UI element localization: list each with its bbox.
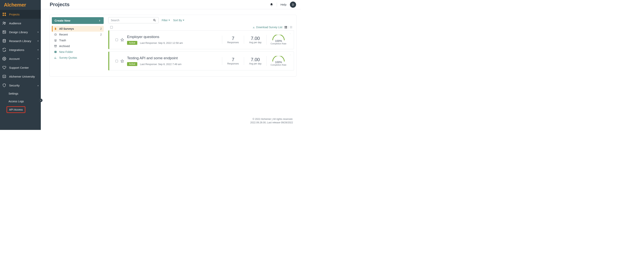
svg-rect-22: [285, 26, 286, 27]
heart-icon: [2, 65, 6, 70]
sidebar-item-research-library[interactable]: Research Library▾: [0, 36, 41, 45]
star-icon[interactable]: [120, 38, 124, 41]
svg-point-33: [290, 55, 290, 55]
last-response: Last Response: Sep 9, 2022 12:58 am: [140, 41, 183, 44]
grid-view-icon[interactable]: [284, 26, 288, 28]
page-title: Projects: [50, 1, 70, 7]
download-label: Download Survey List: [256, 26, 282, 29]
sidebar-collapse-button[interactable]: [39, 99, 42, 102]
folder-label: New Folder: [59, 50, 102, 53]
folder-archived[interactable]: Archived: [52, 43, 104, 49]
chevron-down-icon: ▾: [38, 57, 39, 60]
svg-rect-24: [285, 27, 286, 28]
list-header: Download Survey List: [106, 26, 296, 30]
create-new-label: Create New: [54, 19, 70, 22]
help-link[interactable]: Help: [280, 3, 286, 6]
avg-value: 7.00: [249, 57, 262, 62]
completion-label: Completion Rate: [270, 64, 287, 66]
sidebar-item-design-library[interactable]: Design Library▾: [0, 28, 41, 36]
sidebar-item-alchemer-university[interactable]: AuAlchemer University: [0, 72, 41, 81]
search-input[interactable]: [111, 19, 153, 22]
folder-label: Trash: [59, 39, 102, 42]
folder-all-surveys[interactable]: All Surveys2: [52, 26, 104, 32]
folder-label: Survey Quotas: [59, 56, 102, 59]
search-icon[interactable]: [153, 19, 156, 22]
completion-label: Completion Rate: [270, 42, 287, 45]
svg-point-8: [3, 39, 6, 40]
survey-checkbox[interactable]: [116, 39, 118, 41]
caret-down-icon: [183, 20, 184, 21]
notifications-icon[interactable]: [270, 3, 273, 6]
responses-value: 7: [227, 36, 239, 41]
sidebar-subitem-api-access[interactable]: API Access: [6, 106, 25, 113]
brand-logo: Alchemer: [0, 0, 41, 10]
svg-line-21: [155, 21, 156, 21]
svg-rect-3: [5, 15, 6, 16]
sidebar-item-account[interactable]: Account▾: [0, 54, 41, 63]
sidebar-item-audience[interactable]: Audience: [0, 19, 41, 28]
download-survey-list-link[interactable]: Download Survey List: [252, 26, 282, 29]
list-toolbar: Filter Sort By: [106, 17, 296, 26]
nav-label: Security: [9, 84, 35, 87]
completion-gauge-icon: [270, 35, 287, 40]
search-box[interactable]: [108, 17, 158, 23]
folder-trash[interactable]: Trash: [52, 37, 104, 43]
archive-icon: [54, 45, 57, 47]
svg-text:Au: Au: [3, 76, 5, 77]
responses-value: 7: [227, 57, 239, 62]
select-all-checkbox[interactable]: [110, 26, 113, 28]
last-response: Last Response: Sep 8, 2022 7:49 am: [140, 63, 182, 66]
topbar-divider: [277, 2, 277, 7]
clock-icon: [54, 33, 57, 36]
svg-rect-28: [290, 28, 292, 28]
card-menu-icon[interactable]: [289, 53, 292, 57]
sidebar-item-support-center[interactable]: Support Center: [0, 63, 41, 72]
sidebar: Alchemer ProjectsAudienceDesign Library▾…: [0, 0, 41, 130]
create-new-button[interactable]: Create New: [52, 17, 104, 24]
folder-recent[interactable]: Recent2: [52, 32, 104, 37]
survey-card[interactable]: Employer questionsActiveLast Response: S…: [108, 30, 294, 49]
star-icon[interactable]: [120, 59, 124, 63]
caret-down-icon: [168, 20, 170, 21]
folders-column: Create New All Surveys2Recent2TrashArchi…: [50, 15, 106, 76]
chevron-down-icon: ▾: [38, 49, 39, 51]
svg-rect-23: [286, 26, 287, 27]
projects-panel: Create New All Surveys2Recent2TrashArchi…: [49, 15, 296, 76]
sync-icon: [2, 48, 6, 52]
folder-new-folder[interactable]: New Folder: [52, 49, 104, 55]
folder-survey-quotas[interactable]: Survey Quotas: [52, 55, 104, 61]
status-badge: Active: [127, 41, 137, 45]
responses-label: Responses: [227, 41, 239, 44]
filter-button[interactable]: Filter: [162, 19, 170, 22]
sort-button[interactable]: Sort By: [173, 19, 184, 22]
filter-label: Filter: [162, 19, 168, 22]
folder-label: Archived: [59, 45, 102, 48]
avatar[interactable]: D: [290, 1, 296, 8]
main: Projects Help D Create New All Surveys2R…: [41, 0, 301, 130]
list-view-icon[interactable]: [288, 26, 292, 28]
folder-label: Recent: [59, 33, 98, 36]
sidebar-item-integrations[interactable]: Integrations▾: [0, 45, 41, 54]
users-icon: [2, 21, 6, 25]
nav-label: Account: [9, 57, 35, 60]
svg-marker-32: [121, 38, 124, 41]
svg-rect-25: [286, 27, 287, 28]
svg-rect-26: [290, 26, 292, 27]
survey-card[interactable]: Testing API and some endpointActiveLast …: [108, 52, 294, 70]
folder-label: All Surveys: [59, 27, 98, 30]
survey-checkbox[interactable]: [116, 60, 118, 62]
gear-icon: [2, 57, 6, 61]
chevron-up-icon: ▴: [38, 84, 39, 87]
card-menu-icon[interactable]: [289, 32, 292, 35]
nav-label: Integrations: [9, 48, 35, 52]
sidebar-item-security[interactable]: Security▴: [0, 81, 41, 90]
nav-label: Design Library: [9, 30, 35, 34]
sidebar-subitem-access-logs[interactable]: Access Logs: [8, 98, 41, 105]
sidebar-subitem-settings[interactable]: Settings: [8, 90, 41, 98]
nav-label: Alchemer University: [9, 75, 39, 78]
footer: © 2022 Alchemer | All rights reserved. 2…: [49, 114, 296, 130]
folder-count: 2: [100, 27, 102, 30]
sidebar-item-projects[interactable]: Projects: [0, 10, 41, 19]
svg-rect-1: [5, 13, 6, 14]
svg-point-4: [3, 22, 4, 23]
